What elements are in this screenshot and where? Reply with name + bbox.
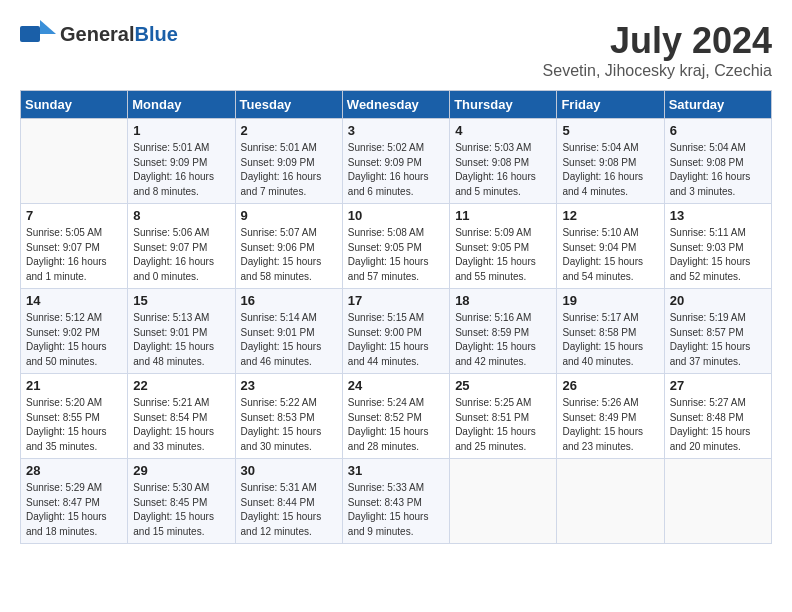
logo-icon: [20, 20, 56, 48]
calendar-week-row: 21Sunrise: 5:20 AMSunset: 8:55 PMDayligh…: [21, 374, 772, 459]
day-info: Sunrise: 5:04 AMSunset: 9:08 PMDaylight:…: [562, 141, 658, 199]
calendar-week-row: 28Sunrise: 5:29 AMSunset: 8:47 PMDayligh…: [21, 459, 772, 544]
day-info: Sunrise: 5:24 AMSunset: 8:52 PMDaylight:…: [348, 396, 444, 454]
calendar-day-cell: 18Sunrise: 5:16 AMSunset: 8:59 PMDayligh…: [450, 289, 557, 374]
day-number: 31: [348, 463, 444, 478]
calendar-day-cell: 31Sunrise: 5:33 AMSunset: 8:43 PMDayligh…: [342, 459, 449, 544]
day-number: 26: [562, 378, 658, 393]
day-info: Sunrise: 5:07 AMSunset: 9:06 PMDaylight:…: [241, 226, 337, 284]
calendar-day-cell: 26Sunrise: 5:26 AMSunset: 8:49 PMDayligh…: [557, 374, 664, 459]
weekday-header-monday: Monday: [128, 91, 235, 119]
svg-marker-1: [40, 20, 56, 34]
calendar-day-cell: 29Sunrise: 5:30 AMSunset: 8:45 PMDayligh…: [128, 459, 235, 544]
logo-general: General: [60, 23, 134, 45]
day-number: 18: [455, 293, 551, 308]
day-number: 13: [670, 208, 766, 223]
calendar-day-cell: 7Sunrise: 5:05 AMSunset: 9:07 PMDaylight…: [21, 204, 128, 289]
calendar-day-cell: 10Sunrise: 5:08 AMSunset: 9:05 PMDayligh…: [342, 204, 449, 289]
day-info: Sunrise: 5:16 AMSunset: 8:59 PMDaylight:…: [455, 311, 551, 369]
calendar-day-cell: 8Sunrise: 5:06 AMSunset: 9:07 PMDaylight…: [128, 204, 235, 289]
day-number: 4: [455, 123, 551, 138]
calendar-day-cell: 13Sunrise: 5:11 AMSunset: 9:03 PMDayligh…: [664, 204, 771, 289]
calendar-day-cell: 28Sunrise: 5:29 AMSunset: 8:47 PMDayligh…: [21, 459, 128, 544]
day-number: 6: [670, 123, 766, 138]
day-number: 5: [562, 123, 658, 138]
calendar-day-cell: 14Sunrise: 5:12 AMSunset: 9:02 PMDayligh…: [21, 289, 128, 374]
svg-rect-0: [20, 26, 40, 42]
day-number: 20: [670, 293, 766, 308]
calendar-day-cell: 5Sunrise: 5:04 AMSunset: 9:08 PMDaylight…: [557, 119, 664, 204]
calendar-week-row: 1Sunrise: 5:01 AMSunset: 9:09 PMDaylight…: [21, 119, 772, 204]
day-info: Sunrise: 5:27 AMSunset: 8:48 PMDaylight:…: [670, 396, 766, 454]
title-area: July 2024 Sevetin, Jihocesky kraj, Czech…: [543, 20, 772, 80]
day-number: 22: [133, 378, 229, 393]
day-info: Sunrise: 5:29 AMSunset: 8:47 PMDaylight:…: [26, 481, 122, 539]
day-number: 29: [133, 463, 229, 478]
calendar-day-cell: 3Sunrise: 5:02 AMSunset: 9:09 PMDaylight…: [342, 119, 449, 204]
weekday-header-friday: Friday: [557, 91, 664, 119]
day-info: Sunrise: 5:31 AMSunset: 8:44 PMDaylight:…: [241, 481, 337, 539]
calendar-day-cell: 19Sunrise: 5:17 AMSunset: 8:58 PMDayligh…: [557, 289, 664, 374]
calendar-day-cell: 27Sunrise: 5:27 AMSunset: 8:48 PMDayligh…: [664, 374, 771, 459]
calendar-day-cell: 20Sunrise: 5:19 AMSunset: 8:57 PMDayligh…: [664, 289, 771, 374]
day-number: 28: [26, 463, 122, 478]
calendar-day-cell: 9Sunrise: 5:07 AMSunset: 9:06 PMDaylight…: [235, 204, 342, 289]
day-info: Sunrise: 5:15 AMSunset: 9:00 PMDaylight:…: [348, 311, 444, 369]
day-number: 2: [241, 123, 337, 138]
calendar-day-cell: 15Sunrise: 5:13 AMSunset: 9:01 PMDayligh…: [128, 289, 235, 374]
day-info: Sunrise: 5:30 AMSunset: 8:45 PMDaylight:…: [133, 481, 229, 539]
day-info: Sunrise: 5:01 AMSunset: 9:09 PMDaylight:…: [133, 141, 229, 199]
day-info: Sunrise: 5:04 AMSunset: 9:08 PMDaylight:…: [670, 141, 766, 199]
day-number: 16: [241, 293, 337, 308]
day-number: 12: [562, 208, 658, 223]
day-number: 19: [562, 293, 658, 308]
calendar-week-row: 14Sunrise: 5:12 AMSunset: 9:02 PMDayligh…: [21, 289, 772, 374]
logo-blue: Blue: [134, 23, 177, 45]
day-info: Sunrise: 5:21 AMSunset: 8:54 PMDaylight:…: [133, 396, 229, 454]
day-number: 30: [241, 463, 337, 478]
calendar-day-cell: 25Sunrise: 5:25 AMSunset: 8:51 PMDayligh…: [450, 374, 557, 459]
weekday-header-wednesday: Wednesday: [342, 91, 449, 119]
empty-day-cell: [557, 459, 664, 544]
calendar-day-cell: 22Sunrise: 5:21 AMSunset: 8:54 PMDayligh…: [128, 374, 235, 459]
day-number: 14: [26, 293, 122, 308]
page-header: GeneralBlue July 2024 Sevetin, Jihocesky…: [20, 20, 772, 80]
calendar-day-cell: 16Sunrise: 5:14 AMSunset: 9:01 PMDayligh…: [235, 289, 342, 374]
calendar-day-cell: 23Sunrise: 5:22 AMSunset: 8:53 PMDayligh…: [235, 374, 342, 459]
weekday-header-thursday: Thursday: [450, 91, 557, 119]
day-number: 23: [241, 378, 337, 393]
day-info: Sunrise: 5:19 AMSunset: 8:57 PMDaylight:…: [670, 311, 766, 369]
day-number: 10: [348, 208, 444, 223]
calendar-day-cell: 11Sunrise: 5:09 AMSunset: 9:05 PMDayligh…: [450, 204, 557, 289]
day-info: Sunrise: 5:22 AMSunset: 8:53 PMDaylight:…: [241, 396, 337, 454]
day-number: 8: [133, 208, 229, 223]
day-info: Sunrise: 5:12 AMSunset: 9:02 PMDaylight:…: [26, 311, 122, 369]
location-subtitle: Sevetin, Jihocesky kraj, Czechia: [543, 62, 772, 80]
day-number: 3: [348, 123, 444, 138]
month-title: July 2024: [543, 20, 772, 62]
day-number: 25: [455, 378, 551, 393]
calendar-day-cell: 17Sunrise: 5:15 AMSunset: 9:00 PMDayligh…: [342, 289, 449, 374]
day-info: Sunrise: 5:03 AMSunset: 9:08 PMDaylight:…: [455, 141, 551, 199]
day-number: 17: [348, 293, 444, 308]
logo: GeneralBlue: [20, 20, 178, 48]
day-number: 21: [26, 378, 122, 393]
day-info: Sunrise: 5:06 AMSunset: 9:07 PMDaylight:…: [133, 226, 229, 284]
calendar-day-cell: 4Sunrise: 5:03 AMSunset: 9:08 PMDaylight…: [450, 119, 557, 204]
calendar-day-cell: 24Sunrise: 5:24 AMSunset: 8:52 PMDayligh…: [342, 374, 449, 459]
day-info: Sunrise: 5:17 AMSunset: 8:58 PMDaylight:…: [562, 311, 658, 369]
day-info: Sunrise: 5:05 AMSunset: 9:07 PMDaylight:…: [26, 226, 122, 284]
day-info: Sunrise: 5:14 AMSunset: 9:01 PMDaylight:…: [241, 311, 337, 369]
weekday-header-saturday: Saturday: [664, 91, 771, 119]
day-number: 27: [670, 378, 766, 393]
calendar-day-cell: 12Sunrise: 5:10 AMSunset: 9:04 PMDayligh…: [557, 204, 664, 289]
empty-day-cell: [450, 459, 557, 544]
day-info: Sunrise: 5:33 AMSunset: 8:43 PMDaylight:…: [348, 481, 444, 539]
day-info: Sunrise: 5:09 AMSunset: 9:05 PMDaylight:…: [455, 226, 551, 284]
day-number: 1: [133, 123, 229, 138]
empty-day-cell: [21, 119, 128, 204]
day-info: Sunrise: 5:13 AMSunset: 9:01 PMDaylight:…: [133, 311, 229, 369]
calendar-table: SundayMondayTuesdayWednesdayThursdayFrid…: [20, 90, 772, 544]
calendar-day-cell: 2Sunrise: 5:01 AMSunset: 9:09 PMDaylight…: [235, 119, 342, 204]
day-info: Sunrise: 5:11 AMSunset: 9:03 PMDaylight:…: [670, 226, 766, 284]
